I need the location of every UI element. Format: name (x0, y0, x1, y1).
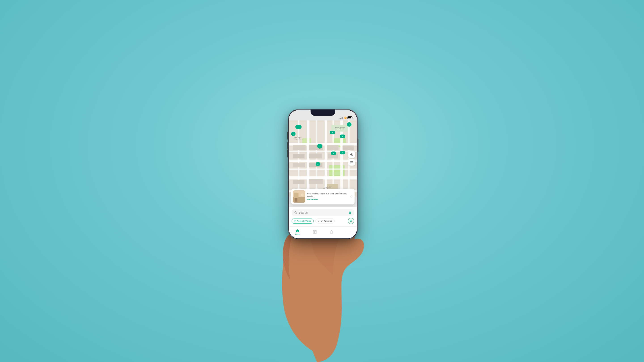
property-image (293, 190, 305, 203)
signal-bars-icon (340, 117, 343, 119)
svg-text:⌂: ⌂ (319, 145, 320, 147)
svg-rect-10 (340, 120, 343, 196)
svg-text:⌂: ⌂ (298, 126, 299, 128)
svg-rect-28 (309, 179, 323, 184)
svg-rect-23 (309, 153, 322, 158)
nav-alerts[interactable] (327, 230, 336, 235)
listings-nav-icon (313, 230, 317, 234)
svg-line-71 (296, 213, 297, 214)
property-title: Near Madhav Nagar Bus Stop, Andheri-East… (307, 193, 348, 198)
recently-visited-tab[interactable]: Recently Visited (292, 219, 314, 224)
bottom-nav: Home (289, 226, 357, 238)
svg-rect-27 (294, 180, 304, 184)
svg-text:Goregaon, Mumbai: Goregaon, Mumbai (294, 138, 304, 140)
svg-point-56 (351, 154, 352, 155)
svg-rect-9 (325, 120, 327, 196)
my-favorites-label: My Favorites (321, 220, 332, 222)
search-placeholder: Search (298, 211, 348, 214)
recently-visited-icon (294, 220, 296, 222)
favorite-star-button[interactable]: ☆ (350, 194, 353, 199)
location-pin-button[interactable] (348, 218, 354, 224)
svg-rect-63 (350, 162, 353, 162)
svg-rect-80 (315, 230, 316, 232)
svg-rect-26 (309, 163, 322, 167)
nav-menu[interactable] (344, 230, 353, 235)
layers-button[interactable] (348, 159, 355, 166)
svg-rect-22 (294, 154, 304, 158)
svg-rect-72 (350, 211, 350, 213)
nav-home[interactable]: Home (293, 228, 302, 236)
property-popup[interactable]: Near Madhav Nagar Bus Stop, Andheri-East… (291, 189, 355, 204)
home-nav-icon (296, 229, 300, 233)
battery-icon (348, 116, 352, 119)
svg-rect-25 (294, 163, 305, 167)
svg-text:⌂: ⌂ (293, 133, 294, 135)
svg-rect-68 (295, 198, 298, 202)
svg-rect-64 (350, 163, 353, 163)
svg-text:General Hospital: General Hospital (336, 128, 344, 130)
svg-rect-21 (342, 145, 354, 150)
menu-nav-icon (346, 230, 350, 234)
map-controls (348, 151, 355, 166)
svg-point-83 (332, 233, 332, 234)
wifi-icon: 📶 (344, 117, 346, 119)
map-area[interactable]: City Survey Office Goregaon शहर सर्वेक्ष… (289, 110, 357, 207)
my-favorites-tab[interactable]: ☆ My Favorites (316, 219, 335, 223)
nav-listings[interactable] (310, 230, 319, 235)
distance-value: 12km • 16min (307, 198, 318, 200)
recently-visited-label: Recently Visited (297, 220, 311, 222)
svg-point-70 (294, 212, 296, 213)
svg-text:City Survey: City Survey (324, 186, 332, 188)
svg-rect-67 (294, 193, 298, 198)
svg-point-69 (301, 194, 304, 196)
svg-rect-79 (313, 230, 314, 232)
svg-rect-18 (294, 145, 306, 150)
gps-button[interactable] (348, 151, 355, 158)
svg-text:⌂: ⌂ (317, 163, 318, 165)
search-bar[interactable]: Search (292, 209, 354, 216)
notch (310, 109, 335, 116)
alerts-nav-icon (330, 230, 334, 234)
property-distance: 12km • 16min (307, 198, 348, 200)
svg-rect-82 (315, 232, 316, 234)
svg-point-78 (350, 220, 351, 221)
home-nav-label: Home (295, 233, 300, 235)
favorites-star-icon: ☆ (318, 220, 320, 222)
svg-text:⌂: ⌂ (348, 124, 350, 126)
svg-rect-20 (327, 145, 338, 150)
phone-frame: 📶 (288, 109, 358, 239)
phone-screen: 📶 (289, 110, 357, 238)
filter-tabs: Recently Visited ☆ My Favorites (292, 218, 354, 224)
svg-text:Siddharth Municipal: Siddharth Municipal (335, 127, 344, 128)
search-icon (294, 211, 297, 214)
bottom-section: Search (289, 207, 357, 226)
svg-text:R High School,: R High School, (294, 137, 301, 138)
mic-icon[interactable] (348, 211, 352, 214)
svg-rect-81 (313, 232, 314, 234)
property-info: Near Madhav Nagar Bus Stop, Andheri-East… (307, 193, 348, 200)
svg-rect-62 (350, 161, 353, 162)
svg-rect-8 (307, 120, 310, 196)
status-icons: 📶 (340, 116, 352, 119)
